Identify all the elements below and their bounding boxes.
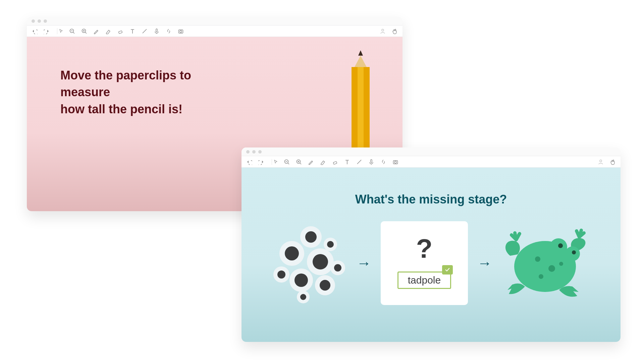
svg-point-8 [550, 238, 567, 256]
pointer-icon[interactable] [272, 159, 278, 165]
redo-icon[interactable] [258, 159, 264, 165]
toolbar [27, 25, 402, 37]
line-icon[interactable] [356, 159, 362, 165]
mic-icon[interactable] [368, 159, 374, 165]
zoom-in-icon[interactable] [81, 28, 87, 34]
hand-icon[interactable] [610, 159, 616, 165]
frog-graphic [501, 226, 589, 300]
activity-prompt: What's the missing stage? [241, 192, 621, 206]
answer-input[interactable]: tadpole [397, 272, 451, 289]
whiteboard-window-lifecycle: What's the missing stage? → ? [241, 147, 621, 342]
link-icon[interactable] [380, 159, 386, 165]
svg-point-13 [548, 265, 555, 272]
svg-point-10 [558, 243, 563, 248]
link-icon[interactable] [166, 28, 172, 34]
camera-icon[interactable] [178, 28, 184, 34]
text-icon[interactable] [129, 28, 136, 34]
lifecycle-flow: → ? tadpole → [241, 221, 621, 305]
pen-icon[interactable] [308, 159, 314, 165]
svg-point-12 [535, 256, 540, 262]
pointer-icon[interactable] [57, 28, 63, 34]
eraser-icon[interactable] [332, 159, 338, 165]
traffic-light-minimize[interactable] [252, 150, 256, 154]
highlighter-icon[interactable] [105, 28, 111, 34]
text-icon[interactable] [344, 159, 350, 165]
redo-icon[interactable] [44, 28, 50, 34]
window-titlebar [241, 147, 621, 156]
traffic-light-close[interactable] [32, 19, 35, 23]
svg-point-15 [559, 262, 563, 266]
zoom-out-icon[interactable] [284, 159, 290, 165]
question-mark: ? [416, 233, 433, 264]
paperclip-icon[interactable] [310, 78, 325, 113]
eraser-icon[interactable] [117, 28, 123, 34]
traffic-light-close[interactable] [246, 150, 250, 154]
svg-point-11 [572, 250, 576, 254]
window-titlebar [27, 17, 402, 25]
zoom-out-icon[interactable] [69, 28, 75, 34]
traffic-light-zoom[interactable] [44, 19, 47, 23]
zoom-in-icon[interactable] [296, 159, 302, 165]
activity-prompt: Move the paperclips to measure how tall … [60, 67, 235, 118]
answer-text: tadpole [408, 275, 441, 286]
frog-eggs-graphic [273, 226, 347, 300]
user-icon[interactable] [380, 28, 386, 34]
arrow-icon: → [477, 255, 492, 272]
camera-icon[interactable] [392, 159, 398, 165]
highlighter-icon[interactable] [320, 159, 326, 165]
undo-icon[interactable] [32, 28, 38, 34]
prompt-line: Move the paperclips to measure [60, 68, 191, 99]
svg-point-14 [539, 274, 543, 279]
whiteboard-canvas[interactable]: What's the missing stage? → ? [241, 168, 621, 342]
correct-check-icon [442, 265, 453, 275]
hand-icon[interactable] [392, 28, 398, 34]
toolbar [241, 156, 621, 168]
user-icon[interactable] [598, 159, 604, 165]
traffic-light-minimize[interactable] [38, 19, 41, 23]
arrow-icon: → [357, 255, 371, 272]
paperclip-icon[interactable] [310, 44, 325, 78]
undo-icon[interactable] [246, 159, 252, 165]
paperclip-icon[interactable] [310, 113, 325, 148]
pen-icon[interactable] [93, 28, 99, 34]
mic-icon[interactable] [154, 28, 160, 34]
paperclip-draggable[interactable] [204, 154, 221, 192]
prompt-line: how tall the pencil is! [60, 102, 182, 116]
line-icon[interactable] [142, 28, 148, 34]
traffic-light-zoom[interactable] [258, 150, 262, 154]
answer-card: ? tadpole [381, 221, 468, 305]
